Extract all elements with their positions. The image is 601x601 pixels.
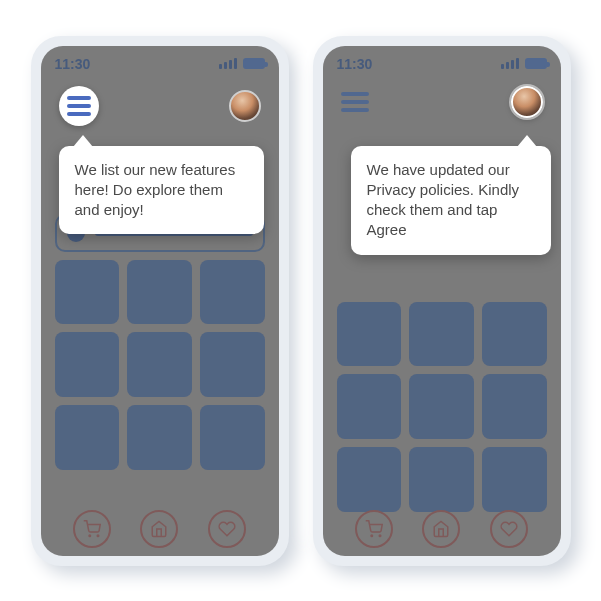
status-icons: [219, 58, 265, 69]
phone-mockup-left: 11:30 We list our new features here! Do …: [31, 36, 289, 566]
grid-cell[interactable]: [337, 447, 402, 512]
coach-mark-tooltip: We have updated our Privacy policies. Ki…: [351, 146, 551, 255]
cart-icon: [365, 520, 383, 538]
signal-icon: [501, 58, 519, 69]
screen: 11:30 We list our new features here! Do …: [41, 46, 279, 556]
status-time: 11:30: [55, 56, 91, 72]
home-button[interactable]: [140, 510, 178, 548]
favorites-button[interactable]: [208, 510, 246, 548]
grid-cell[interactable]: [200, 260, 265, 325]
signal-icon: [219, 58, 237, 69]
menu-button[interactable]: [59, 86, 99, 126]
home-button[interactable]: [422, 510, 460, 548]
status-bar: 11:30: [41, 46, 279, 76]
grid-cell[interactable]: [409, 374, 474, 439]
tooltip-text: We have updated our Privacy policies. Ki…: [367, 161, 520, 239]
svg-point-1: [97, 535, 99, 537]
grid-cell[interactable]: [482, 374, 547, 439]
coach-mark-tooltip: We list our new features here! Do explor…: [59, 146, 264, 235]
grid-cell[interactable]: [409, 302, 474, 367]
heart-icon: [218, 520, 236, 538]
grid-cell[interactable]: [482, 302, 547, 367]
svg-point-0: [89, 535, 91, 537]
grid-cell[interactable]: [409, 447, 474, 512]
bottom-nav: [323, 510, 561, 548]
content-grid: [323, 302, 561, 512]
status-icons: [501, 58, 547, 69]
grid-cell[interactable]: [337, 374, 402, 439]
cart-button[interactable]: [355, 510, 393, 548]
menu-button[interactable]: [341, 92, 369, 112]
grid-cell[interactable]: [55, 332, 120, 397]
grid-cell[interactable]: [337, 302, 402, 367]
battery-icon: [525, 58, 547, 69]
tooltip-text: We list our new features here! Do explor…: [75, 161, 236, 219]
cart-icon: [83, 520, 101, 538]
content-grid: [41, 260, 279, 470]
status-time: 11:30: [337, 56, 373, 72]
heart-icon: [500, 520, 518, 538]
phone-mockup-right: 11:30 We have updated our Privacy polici…: [313, 36, 571, 566]
grid-cell[interactable]: [127, 332, 192, 397]
grid-cell[interactable]: [127, 260, 192, 325]
home-icon: [150, 520, 168, 538]
battery-icon: [243, 58, 265, 69]
svg-point-2: [371, 535, 373, 537]
favorites-button[interactable]: [490, 510, 528, 548]
svg-point-3: [379, 535, 381, 537]
bottom-nav: [41, 510, 279, 548]
avatar[interactable]: [229, 90, 261, 122]
status-bar: 11:30: [323, 46, 561, 76]
grid-cell[interactable]: [200, 405, 265, 470]
cart-button[interactable]: [73, 510, 111, 548]
grid-cell[interactable]: [200, 332, 265, 397]
grid-cell[interactable]: [482, 447, 547, 512]
screen: 11:30 We have updated our Privacy polici…: [323, 46, 561, 556]
top-row: [41, 76, 279, 130]
top-row: [323, 76, 561, 122]
grid-cell[interactable]: [55, 405, 120, 470]
grid-cell[interactable]: [55, 260, 120, 325]
avatar[interactable]: [511, 86, 543, 118]
grid-cell[interactable]: [127, 405, 192, 470]
home-icon: [432, 520, 450, 538]
